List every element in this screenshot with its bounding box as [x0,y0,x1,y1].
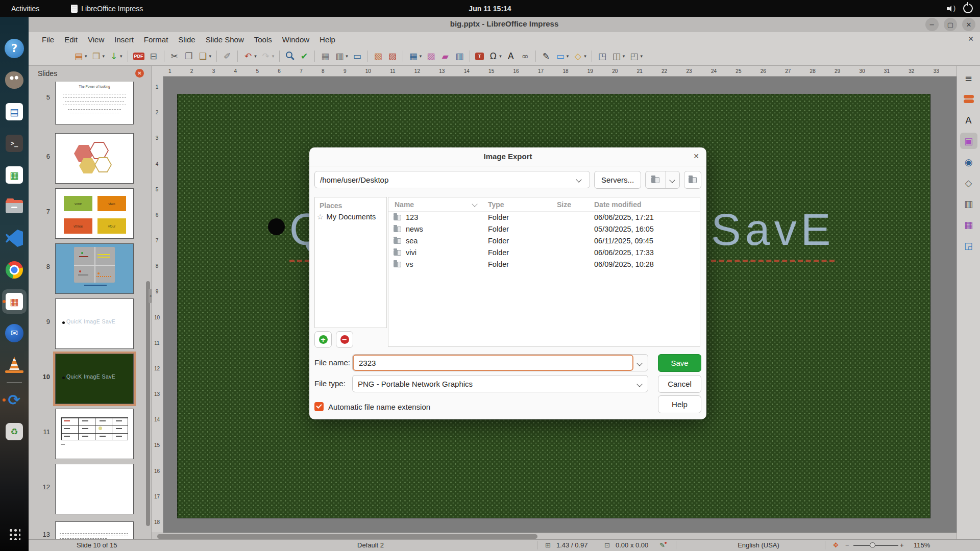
system-tray[interactable]: ) [947,4,973,13]
help-button[interactable]: Help [658,395,701,413]
place-my-documents[interactable]: ☆ My Documents [317,213,376,221]
dropdown-arrow-icon[interactable]: ▾ [272,54,275,59]
basic-shapes-button[interactable]: ▭▾ [554,50,571,62]
dropdown-arrow-icon[interactable]: ▾ [623,54,625,59]
menu-window[interactable]: Window [277,34,314,45]
dropdown-arrow-icon[interactable]: ▾ [346,54,348,59]
dock-help[interactable]: ? [2,36,27,61]
menu-help[interactable]: Help [314,34,340,45]
cut-button[interactable]: ✂ [168,50,181,62]
auto-extension-checkbox[interactable] [314,402,324,411]
file-row-vivi[interactable]: viviFolder06/06/2025, 17:33 [388,247,700,259]
animation-button[interactable]: ▦ [960,216,977,233]
black-circle-shape[interactable] [268,218,285,235]
file-row-123[interactable]: 123Folder06/06/2025, 17:21 [388,212,700,224]
arrange-button[interactable]: ◫▾ [610,50,627,62]
insert-table-button[interactable]: ▦▾ [407,50,424,62]
close-window-button[interactable]: ✕ [962,18,975,31]
dropdown-arrow-icon[interactable]: ▾ [499,54,502,59]
dropdown-arrow-icon[interactable]: ▾ [584,54,586,59]
position-and-size-button[interactable]: ◳ [596,50,609,62]
display-views-button[interactable]: ▥▾ [333,50,350,62]
dialog-title-bar[interactable]: Image Export ✕ [309,147,706,166]
zoom-out-button[interactable]: − [845,541,849,549]
panel-collapse-arrow[interactable]: ◂ [149,289,152,303]
activities-button[interactable]: Activities [7,4,43,14]
insert-hyperlink-button[interactable]: ∞ [519,50,532,62]
dropdown-arrow-icon[interactable]: ▾ [120,54,122,59]
column-date-modified[interactable]: Date modified [594,201,642,209]
column-size[interactable]: Size [557,201,571,209]
print-button[interactable]: ⊟ [147,50,160,62]
navigator-button[interactable]: ◉ [960,154,977,170]
minimize-button[interactable]: − [925,18,939,31]
close-document-icon[interactable]: ✕ [968,35,974,43]
styles-button[interactable]: A [960,112,977,128]
column-type[interactable]: Type [488,201,504,209]
slide-thumbnail-9[interactable]: QuicK ImagE SavE [55,298,134,349]
insert-special-character-button[interactable]: Ω▾ [486,50,503,62]
menu-view[interactable]: View [83,34,109,45]
horizontal-scrollbar-handle[interactable] [157,534,537,539]
clone-formatting-button[interactable]: ✐ [220,50,234,62]
folder-dropdown-icon[interactable] [666,178,679,182]
properties-button[interactable] [960,91,977,107]
slide-thumbnail-12[interactable] [55,464,134,514]
insert-image-button[interactable]: ▨ [424,50,437,62]
show-draw-functions-button[interactable]: ✎ [540,50,553,62]
shapes-button[interactable]: ◇ [960,174,977,191]
slide-thumbnail-11[interactable] [55,409,134,459]
slides-scrollbar-handle[interactable] [146,281,150,526]
folder-up-icon[interactable] [646,171,666,188]
restore-button[interactable]: ▢ [944,18,957,31]
dropdown-arrow-icon[interactable]: ▾ [567,54,569,59]
sidebar-menu-button[interactable]: ≡ [960,70,977,86]
dock-writer[interactable]: ▤ [2,99,27,124]
open-file-button[interactable]: ❒▾ [90,50,107,62]
insert-text-box-button[interactable]: ▭ [351,50,364,62]
menu-tools[interactable]: Tools [249,34,277,45]
menu-insert[interactable]: Insert [109,34,139,45]
menu-slide-show[interactable]: Slide Show [201,34,249,45]
new-presentation-button[interactable]: ▤▾ [72,50,89,62]
save-button[interactable]: Save [658,354,701,372]
gallery-button[interactable]: ▣ [960,133,977,149]
insert-fontwork-button[interactable]: A [504,50,518,62]
dock-trash[interactable]: ♻ [2,419,27,444]
find-and-replace-button[interactable] [283,50,297,62]
duplicate-slide-button[interactable]: ▨ [386,50,399,62]
dock-files[interactable] [2,194,27,219]
menu-slide[interactable]: Slide [173,34,200,45]
dock-gimp[interactable] [2,68,27,92]
redo-button[interactable]: ↷▾ [259,50,276,62]
insert-chart-button[interactable]: ▥ [453,50,466,62]
dock-vscode[interactable] [2,226,27,251]
menu-file[interactable]: File [37,34,59,45]
slide-thumbnail-5[interactable]: The Power of looking [55,82,134,124]
insert-slide-button[interactable]: ▧ [372,50,385,62]
slide-thumbnail-10[interactable]: QuicK ImagE SavE [55,354,134,404]
text-language[interactable]: English (USA) [682,541,835,549]
zoom-level[interactable]: 115% [914,541,944,549]
spelling-button[interactable]: ✔ [298,50,311,62]
dock-software-updater[interactable]: ⟳ [2,388,27,412]
insert-media-button[interactable]: ▰ [438,50,452,62]
slide-thumbnail-13[interactable] [55,521,134,540]
menu-edit[interactable]: Edit [59,34,83,45]
dock-impress[interactable]: ▦ [2,289,27,314]
copy-button[interactable]: ❐ [182,50,195,62]
create-folder-button[interactable] [684,171,701,189]
zoom-slider-handle[interactable] [870,542,875,548]
paste-button[interactable]: ❑▾ [197,50,213,62]
zoom-in-button[interactable]: + [900,541,904,549]
menu-format[interactable]: Format [139,34,174,45]
dock-calc[interactable]: ▦ [2,163,27,187]
window-title-bar[interactable]: big.pptx - LibreOffice Impress − ▢ ✕ [29,17,980,33]
undo-button[interactable]: ↶▾ [241,50,258,62]
dropdown-arrow-icon[interactable]: ▾ [254,54,257,59]
edit-mode-icon[interactable]: ✎ [659,541,665,549]
save-button[interactable]: ↓▾ [107,50,124,62]
file-type-dropdown[interactable]: PNG - Portable Network Graphics [352,375,648,392]
symbol-shapes-button[interactable]: ◇▾ [571,50,588,62]
dropdown-arrow-icon[interactable]: ▾ [640,54,643,59]
